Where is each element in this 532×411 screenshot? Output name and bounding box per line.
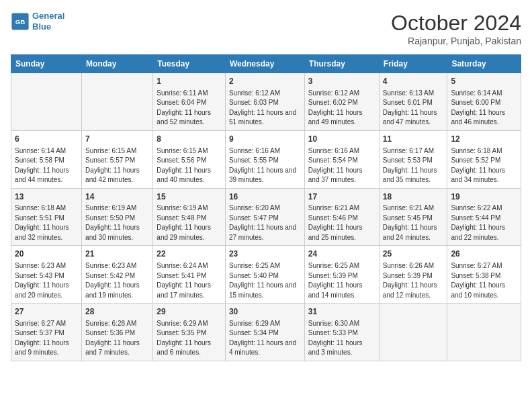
calendar-cell: 21Sunrise: 6:23 AM Sunset: 5:42 PM Dayli… (82, 246, 153, 304)
day-info: Sunrise: 6:20 AM Sunset: 5:47 PM Dayligh… (229, 203, 301, 242)
day-info: Sunrise: 6:12 AM Sunset: 6:02 PM Dayligh… (308, 89, 375, 128)
day-info: Sunrise: 6:16 AM Sunset: 5:55 PM Dayligh… (229, 146, 301, 185)
calendar-cell: 15Sunrise: 6:19 AM Sunset: 5:48 PM Dayli… (153, 188, 226, 246)
weekday-header-row: SundayMondayTuesdayWednesdayThursdayFrid… (11, 55, 521, 73)
calendar-cell: 25Sunrise: 6:26 AM Sunset: 5:39 PM Dayli… (379, 246, 447, 304)
calendar-cell: 27Sunrise: 6:27 AM Sunset: 5:37 PM Dayli… (11, 304, 82, 361)
day-info: Sunrise: 6:21 AM Sunset: 5:45 PM Dayligh… (383, 203, 444, 242)
calendar-cell: 31Sunrise: 6:30 AM Sunset: 5:33 PM Dayli… (304, 304, 379, 361)
calendar-week-2: 6Sunrise: 6:14 AM Sunset: 5:58 PM Daylig… (11, 130, 521, 188)
day-number: 6 (15, 134, 78, 145)
day-info: Sunrise: 6:14 AM Sunset: 5:58 PM Dayligh… (15, 146, 78, 185)
day-number: 18 (383, 191, 444, 203)
page-header: GB General Blue October 2024 Rajanpur, P… (11, 11, 521, 46)
day-number: 29 (157, 306, 222, 318)
calendar-week-4: 20Sunrise: 6:23 AM Sunset: 5:43 PM Dayli… (11, 246, 521, 304)
day-info: Sunrise: 6:12 AM Sunset: 6:03 PM Dayligh… (229, 89, 301, 128)
svg-text:GB: GB (15, 18, 26, 26)
day-info: Sunrise: 6:14 AM Sunset: 6:00 PM Dayligh… (451, 89, 517, 128)
calendar-cell: 9Sunrise: 6:16 AM Sunset: 5:55 PM Daylig… (225, 130, 304, 188)
calendar-cell: 18Sunrise: 6:21 AM Sunset: 5:45 PM Dayli… (379, 188, 447, 246)
day-info: Sunrise: 6:17 AM Sunset: 5:53 PM Dayligh… (383, 146, 444, 185)
day-number: 7 (85, 134, 149, 145)
calendar-cell: 28Sunrise: 6:28 AM Sunset: 5:36 PM Dayli… (82, 304, 153, 361)
logo-general: General (32, 11, 64, 21)
day-info: Sunrise: 6:15 AM Sunset: 5:57 PM Dayligh… (85, 146, 149, 185)
calendar-cell (447, 304, 521, 361)
calendar-cell: 19Sunrise: 6:22 AM Sunset: 5:44 PM Dayli… (447, 188, 521, 246)
day-info: Sunrise: 6:13 AM Sunset: 6:01 PM Dayligh… (383, 89, 444, 128)
day-number: 25 (383, 248, 444, 260)
weekday-header-thursday: Thursday (304, 55, 379, 73)
weekday-header-tuesday: Tuesday (153, 55, 226, 73)
day-number: 9 (229, 134, 301, 145)
calendar-table: SundayMondayTuesdayWednesdayThursdayFrid… (11, 54, 521, 361)
calendar-cell: 22Sunrise: 6:24 AM Sunset: 5:41 PM Dayli… (153, 246, 226, 304)
day-number: 10 (308, 134, 375, 145)
day-number: 17 (308, 191, 375, 203)
calendar-subtitle: Rajanpur, Punjab, Pakistan (391, 36, 521, 46)
calendar-cell: 24Sunrise: 6:25 AM Sunset: 5:39 PM Dayli… (304, 246, 379, 304)
day-info: Sunrise: 6:27 AM Sunset: 5:37 PM Dayligh… (15, 319, 78, 358)
day-info: Sunrise: 6:25 AM Sunset: 5:39 PM Dayligh… (308, 261, 375, 300)
day-number: 1 (157, 76, 222, 87)
calendar-cell (82, 73, 153, 131)
weekday-header-monday: Monday (82, 55, 153, 73)
calendar-cell: 16Sunrise: 6:20 AM Sunset: 5:47 PM Dayli… (225, 188, 304, 246)
day-info: Sunrise: 6:29 AM Sunset: 5:34 PM Dayligh… (229, 319, 301, 358)
day-info: Sunrise: 6:21 AM Sunset: 5:46 PM Dayligh… (308, 203, 375, 242)
calendar-cell: 6Sunrise: 6:14 AM Sunset: 5:58 PM Daylig… (11, 130, 82, 188)
day-number: 14 (85, 191, 149, 203)
logo: GB General Blue (11, 11, 64, 32)
day-info: Sunrise: 6:16 AM Sunset: 5:54 PM Dayligh… (308, 146, 375, 185)
weekday-header-wednesday: Wednesday (225, 55, 304, 73)
title-block: October 2024 Rajanpur, Punjab, Pakistan (391, 11, 521, 46)
day-info: Sunrise: 6:29 AM Sunset: 5:35 PM Dayligh… (157, 319, 222, 358)
calendar-cell: 17Sunrise: 6:21 AM Sunset: 5:46 PM Dayli… (304, 188, 379, 246)
day-info: Sunrise: 6:18 AM Sunset: 5:52 PM Dayligh… (451, 146, 517, 185)
day-info: Sunrise: 6:27 AM Sunset: 5:38 PM Dayligh… (451, 261, 517, 300)
day-number: 23 (229, 248, 301, 260)
calendar-cell (11, 73, 82, 131)
calendar-cell: 8Sunrise: 6:15 AM Sunset: 5:56 PM Daylig… (153, 130, 226, 188)
weekday-header-saturday: Saturday (447, 55, 521, 73)
day-number: 28 (85, 306, 149, 318)
calendar-cell: 23Sunrise: 6:25 AM Sunset: 5:40 PM Dayli… (225, 246, 304, 304)
day-number: 20 (15, 248, 78, 260)
calendar-cell: 12Sunrise: 6:18 AM Sunset: 5:52 PM Dayli… (447, 130, 521, 188)
day-info: Sunrise: 6:19 AM Sunset: 5:48 PM Dayligh… (157, 203, 222, 242)
day-info: Sunrise: 6:11 AM Sunset: 6:04 PM Dayligh… (157, 89, 222, 128)
day-number: 3 (308, 76, 375, 87)
calendar-cell: 1Sunrise: 6:11 AM Sunset: 6:04 PM Daylig… (153, 73, 226, 131)
calendar-cell: 14Sunrise: 6:19 AM Sunset: 5:50 PM Dayli… (82, 188, 153, 246)
day-number: 22 (157, 248, 222, 260)
day-info: Sunrise: 6:19 AM Sunset: 5:50 PM Dayligh… (85, 203, 149, 242)
calendar-cell: 5Sunrise: 6:14 AM Sunset: 6:00 PM Daylig… (447, 73, 521, 131)
day-number: 11 (383, 134, 444, 145)
day-info: Sunrise: 6:15 AM Sunset: 5:56 PM Dayligh… (157, 146, 222, 185)
calendar-cell: 3Sunrise: 6:12 AM Sunset: 6:02 PM Daylig… (304, 73, 379, 131)
calendar-week-3: 13Sunrise: 6:18 AM Sunset: 5:51 PM Dayli… (11, 188, 521, 246)
day-info: Sunrise: 6:26 AM Sunset: 5:39 PM Dayligh… (383, 261, 444, 300)
day-number: 15 (157, 191, 222, 203)
day-info: Sunrise: 6:24 AM Sunset: 5:41 PM Dayligh… (157, 261, 222, 300)
calendar-week-5: 27Sunrise: 6:27 AM Sunset: 5:37 PM Dayli… (11, 304, 521, 361)
day-number: 5 (451, 76, 517, 87)
day-info: Sunrise: 6:23 AM Sunset: 5:42 PM Dayligh… (85, 261, 149, 300)
calendar-cell: 10Sunrise: 6:16 AM Sunset: 5:54 PM Dayli… (304, 130, 379, 188)
day-info: Sunrise: 6:25 AM Sunset: 5:40 PM Dayligh… (229, 261, 301, 300)
calendar-cell: 7Sunrise: 6:15 AM Sunset: 5:57 PM Daylig… (82, 130, 153, 188)
calendar-cell: 2Sunrise: 6:12 AM Sunset: 6:03 PM Daylig… (225, 73, 304, 131)
day-number: 30 (229, 306, 301, 318)
day-info: Sunrise: 6:28 AM Sunset: 5:36 PM Dayligh… (85, 319, 149, 358)
day-info: Sunrise: 6:23 AM Sunset: 5:43 PM Dayligh… (15, 261, 78, 300)
weekday-header-sunday: Sunday (11, 55, 82, 73)
calendar-cell: 29Sunrise: 6:29 AM Sunset: 5:35 PM Dayli… (153, 304, 226, 361)
day-info: Sunrise: 6:22 AM Sunset: 5:44 PM Dayligh… (451, 203, 517, 242)
day-info: Sunrise: 6:30 AM Sunset: 5:33 PM Dayligh… (308, 319, 375, 358)
logo-icon: GB (11, 12, 30, 31)
day-info: Sunrise: 6:18 AM Sunset: 5:51 PM Dayligh… (15, 203, 78, 242)
logo-blue: Blue (32, 21, 64, 32)
calendar-cell (379, 304, 447, 361)
calendar-cell: 26Sunrise: 6:27 AM Sunset: 5:38 PM Dayli… (447, 246, 521, 304)
